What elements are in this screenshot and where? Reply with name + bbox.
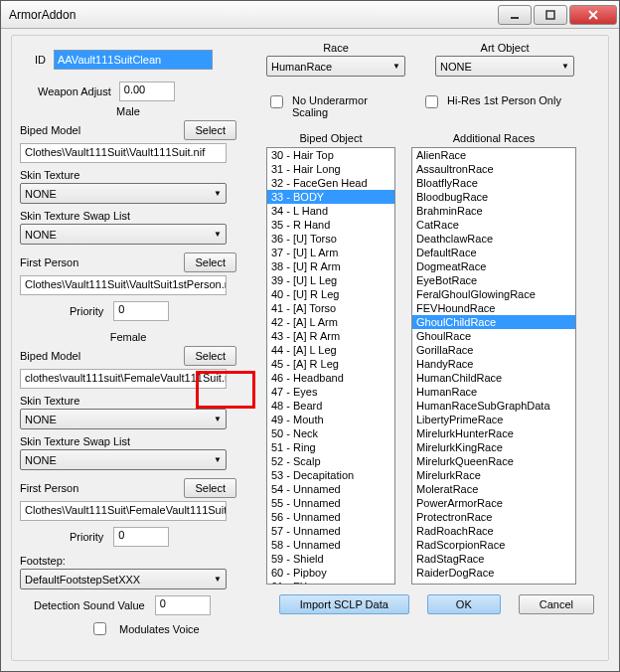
list-item[interactable]: GhoulChildRace — [412, 315, 575, 329]
male-first-person-select-button[interactable]: Select — [184, 252, 236, 272]
male-title: Male — [20, 105, 236, 117]
list-item[interactable]: 48 - Beard — [267, 399, 394, 413]
female-first-person-path[interactable]: Clothes\Vault111Suit\FemaleVault111Suit1 — [20, 501, 227, 521]
list-item[interactable]: HumanRaceSubGraphData — [412, 399, 575, 413]
footstep-dropdown[interactable]: DefaultFootstepSetXXX▼ — [20, 569, 227, 589]
list-item[interactable]: 60 - Pipboy — [267, 566, 394, 580]
maximize-button[interactable] — [534, 5, 567, 25]
list-item[interactable]: GorillaRace — [412, 343, 575, 357]
male-first-person-path[interactable]: Clothes\Vault111Suit\VaultSuit1stPerson.… — [20, 275, 227, 295]
list-item[interactable]: DogmeatRace — [412, 259, 575, 273]
list-item[interactable]: MoleratRace — [412, 482, 575, 496]
female-priority-input[interactable]: 0 — [113, 527, 169, 547]
cancel-button[interactable]: Cancel — [519, 594, 594, 614]
ok-button[interactable]: OK — [427, 594, 501, 614]
list-item[interactable]: CatRace — [412, 218, 575, 232]
list-item[interactable]: 32 - FaceGen Head — [267, 176, 394, 190]
list-item[interactable]: PowerArmorRace — [412, 496, 575, 510]
list-item[interactable]: RadRoachRace — [412, 524, 575, 538]
footstep-label: Footstep: — [20, 555, 236, 567]
list-item[interactable]: 59 - Shield — [267, 552, 394, 566]
weapon-adjust-input[interactable]: 0.00 — [119, 82, 175, 101]
list-item[interactable]: 36 - [U] Torso — [267, 232, 394, 246]
list-item[interactable]: MirelurkQueenRace — [412, 454, 575, 468]
male-biped-select-button[interactable]: Select — [184, 120, 236, 140]
list-item[interactable]: 44 - [A] L Leg — [267, 343, 394, 357]
list-item[interactable]: 58 - Unnamed — [267, 538, 394, 552]
list-item[interactable]: BrahminRace — [412, 204, 575, 218]
list-item[interactable]: HandyRace — [412, 357, 575, 371]
list-item[interactable]: AlienRace — [412, 148, 575, 162]
female-biped-path[interactable]: clothes\vault111suit\FemaleVault111Suit.… — [20, 369, 227, 389]
race-dropdown[interactable]: HumanRace▼ — [266, 56, 405, 77]
import-sclp-button[interactable]: Import SCLP Data — [279, 594, 409, 614]
list-item[interactable]: MirelurkKingRace — [412, 440, 575, 454]
list-item[interactable]: 33 - BODY — [267, 190, 394, 204]
list-item[interactable]: 61 - FX — [267, 580, 394, 585]
list-item[interactable]: AssaultronRace — [412, 162, 575, 176]
id-input[interactable] — [54, 50, 213, 70]
list-item[interactable]: EyeBotRace — [412, 273, 575, 287]
additional-races-list[interactable]: AlienRaceAssaultronRaceBloatflyRaceBlood… — [411, 147, 576, 585]
biped-object-list[interactable]: 30 - Hair Top31 - Hair Long32 - FaceGen … — [266, 147, 395, 585]
list-item[interactable]: FEVHoundRace — [412, 301, 575, 315]
list-item[interactable]: GhoulRace — [412, 329, 575, 343]
titlebar[interactable]: ArmorAddon — [1, 1, 619, 29]
list-item[interactable]: 49 - Mouth — [267, 413, 394, 426]
list-item[interactable]: 46 - Headband — [267, 371, 394, 385]
list-item[interactable]: ProtectronRace — [412, 510, 575, 524]
list-item[interactable]: DeathclawRace — [412, 232, 575, 246]
list-item[interactable]: BloodbugRace — [412, 190, 575, 204]
list-item[interactable]: 37 - [U] L Arm — [267, 246, 394, 259]
list-item[interactable]: 52 - Scalp — [267, 454, 394, 468]
list-item[interactable]: 57 - Unnamed — [267, 524, 394, 538]
list-item[interactable]: BloatflyRace — [412, 176, 575, 190]
list-item[interactable]: 43 - [A] R Arm — [267, 329, 394, 343]
list-item[interactable]: 50 - Neck — [267, 426, 394, 440]
list-item[interactable]: 30 - Hair Top — [267, 148, 394, 162]
male-biped-path[interactable]: Clothes\Vault111Suit\Vault111Suit.nif — [20, 143, 227, 163]
art-object-dropdown[interactable]: NONE▼ — [435, 56, 574, 77]
list-item[interactable]: LibertyPrimeRace — [412, 413, 575, 426]
male-skin-swap-label: Skin Texture Swap List — [20, 210, 236, 222]
list-item[interactable]: 34 - L Hand — [267, 204, 394, 218]
list-item[interactable]: RadScorpionRace — [412, 538, 575, 552]
close-button[interactable] — [569, 5, 617, 25]
chevron-down-icon: ▼ — [392, 62, 400, 71]
list-item[interactable]: 54 - Unnamed — [267, 482, 394, 496]
list-item[interactable]: 47 - Eyes — [267, 385, 394, 399]
chevron-down-icon: ▼ — [214, 230, 222, 239]
list-item[interactable]: HumanRace — [412, 385, 575, 399]
list-item[interactable]: 53 - Decapitation — [267, 468, 394, 482]
list-item[interactable]: 35 - R Hand — [267, 218, 394, 232]
list-item[interactable]: 51 - Ring — [267, 440, 394, 454]
hires-checkbox[interactable] — [425, 95, 438, 108]
list-item[interactable]: 55 - Unnamed — [267, 496, 394, 510]
modulates-voice-checkbox[interactable] — [93, 622, 106, 635]
male-skin-swap-dropdown[interactable]: NONE▼ — [20, 224, 227, 245]
list-item[interactable]: HumanChildRace — [412, 371, 575, 385]
list-item[interactable]: RadStagRace — [412, 552, 575, 566]
list-item[interactable]: MirelurkRace — [412, 468, 575, 482]
list-item[interactable]: 39 - [U] L Leg — [267, 273, 394, 287]
female-skin-texture-dropdown[interactable]: NONE▼ — [20, 409, 227, 429]
list-item[interactable]: 31 - Hair Long — [267, 162, 394, 176]
list-item[interactable]: RaiderDogRace — [412, 566, 575, 580]
female-skin-swap-dropdown[interactable]: NONE▼ — [20, 449, 227, 470]
list-item[interactable]: 42 - [A] L Arm — [267, 315, 394, 329]
list-item[interactable]: 40 - [U] R Leg — [267, 287, 394, 301]
list-item[interactable]: 56 - Unnamed — [267, 510, 394, 524]
minimize-button[interactable] — [498, 5, 532, 25]
list-item[interactable]: MirelurkHunterRace — [412, 426, 575, 440]
list-item[interactable]: 41 - [A] Torso — [267, 301, 394, 315]
male-priority-input[interactable]: 0 — [113, 301, 169, 321]
male-skin-texture-dropdown[interactable]: NONE▼ — [20, 183, 227, 204]
detection-input[interactable]: 0 — [155, 595, 211, 615]
female-first-person-select-button[interactable]: Select — [184, 478, 236, 498]
list-item[interactable]: FeralGhoulGlowingRace — [412, 287, 575, 301]
female-biped-select-button[interactable]: Select — [184, 346, 236, 366]
no-underarmor-checkbox[interactable] — [270, 95, 283, 108]
list-item[interactable]: 45 - [A] R Leg — [267, 357, 394, 371]
list-item[interactable]: DefaultRace — [412, 246, 575, 259]
list-item[interactable]: 38 - [U] R Arm — [267, 259, 394, 273]
